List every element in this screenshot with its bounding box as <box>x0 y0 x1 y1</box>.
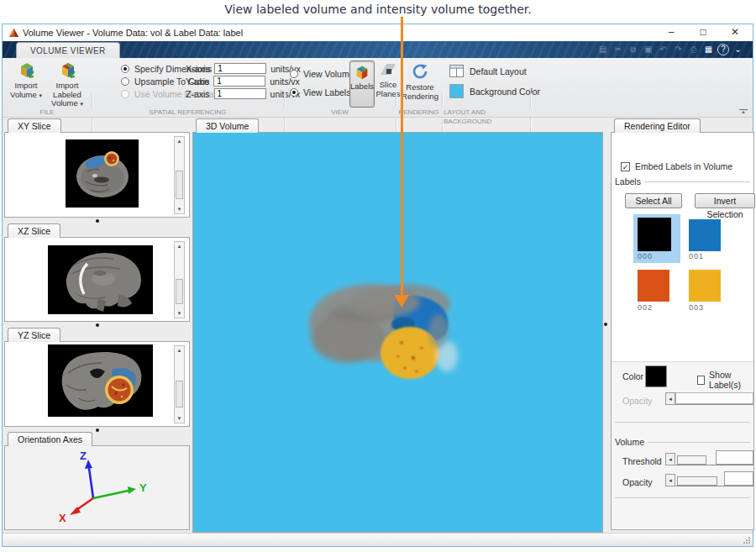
undo-icon[interactable]: ↶ <box>657 44 669 55</box>
dropdown-icon: ▾ <box>80 101 83 107</box>
import-labeled-volume-icon <box>57 61 77 80</box>
annotation-caption: View labeled volume and intensity volume… <box>0 3 756 16</box>
radio-view-volume[interactable]: View Volume <box>290 69 354 79</box>
restore-rendering-button[interactable]: Restore Rendering <box>401 61 439 101</box>
import-labeled-volume-button[interactable]: Import Labeled Volume ▾ <box>45 61 90 109</box>
splitter-handle[interactable] <box>96 323 99 327</box>
dropdown-icon: ▾ <box>39 92 42 98</box>
maximize-button[interactable]: □ <box>687 24 719 41</box>
default-layout-button[interactable]: Default Layout <box>449 65 527 77</box>
current-color-swatch[interactable] <box>645 365 667 387</box>
invert-selection-button[interactable]: Invert Selection <box>695 193 755 208</box>
tab-orientation-axes[interactable]: Orientation Axes <box>8 432 92 446</box>
opacity-thumb-high[interactable] <box>724 471 753 486</box>
save-icon[interactable]: ▤ <box>596 44 609 55</box>
resize-grip[interactable] <box>743 536 750 544</box>
tab-xy-slice[interactable]: XY Slice <box>8 118 61 133</box>
scroll-down-icon[interactable]: ▼ <box>175 414 184 423</box>
label-swatch-001[interactable] <box>689 219 721 251</box>
slider-left-arrow-icon[interactable]: ◂ <box>665 392 675 405</box>
orientation-axes-figure[interactable] <box>7 448 189 528</box>
threshold-thumb-low[interactable] <box>677 455 706 465</box>
import-volume-button[interactable]: Import Volume ▾ <box>8 61 45 100</box>
label-opacity-slider[interactable]: ◂ <box>665 390 753 405</box>
xy-slice-scrollbar[interactable]: ▲ ▼ <box>174 136 185 214</box>
xz-slice-scrollbar[interactable]: ▲ ▼ <box>174 241 185 318</box>
qat-dropdown-icon[interactable]: ⌄ <box>732 44 744 55</box>
xy-slice-image[interactable] <box>66 139 139 208</box>
scrollbar-thumb[interactable] <box>176 279 183 304</box>
yz-slice-scrollbar[interactable]: ▲ ▼ <box>174 345 185 423</box>
tab-xz-slice[interactable]: XZ Slice <box>8 223 60 238</box>
rendering-editor-panel: ✓ Embed Labels in Volume Labels Select A… <box>611 132 754 530</box>
window-controls: – □ ✕ <box>655 24 751 41</box>
tab-volume-viewer[interactable]: VOLUME VIEWER <box>16 42 120 59</box>
import-volume-label-2: Volume ▾ <box>10 91 42 101</box>
layout-icon[interactable]: ▦ <box>702 44 715 55</box>
print-icon[interactable]: ⎙ <box>687 44 700 55</box>
default-layout-label: Default Layout <box>470 66 527 76</box>
threshold-slider[interactable]: ◂ <box>665 450 753 465</box>
radio-icon <box>121 65 129 73</box>
label-swatch-003[interactable] <box>689 270 721 302</box>
paste-icon[interactable]: ▣ <box>642 44 654 55</box>
splitter-handle[interactable] <box>604 323 607 326</box>
xz-slice-image[interactable] <box>48 245 153 314</box>
tab-rendering-editor[interactable]: Rendering Editor <box>614 118 701 133</box>
cut-icon[interactable]: ✂ <box>612 44 624 55</box>
show-labels-checkbox[interactable]: Show Label(s) <box>697 370 753 390</box>
brain-volume-render[interactable] <box>304 277 480 395</box>
labels-cube-icon <box>353 64 371 81</box>
splitter-handle[interactable] <box>96 219 99 223</box>
scrollbar-thumb[interactable] <box>176 381 183 407</box>
xy-slice-panel: ▲ ▼ <box>4 132 190 218</box>
close-button[interactable]: ✕ <box>719 24 751 41</box>
threshold-thumb-high[interactable] <box>716 450 753 465</box>
yz-slice-image[interactable] <box>48 344 153 417</box>
slice-planes-button[interactable]: Slice Planes <box>375 61 401 98</box>
checkbox-checked-icon: ✓ <box>621 162 630 171</box>
volume-opacity-slider[interactable]: ◂ <box>665 471 753 486</box>
splitter-handle[interactable] <box>96 428 99 432</box>
label-swatch-000[interactable] <box>638 218 671 251</box>
slice-planes-icon <box>378 61 398 79</box>
tab-yz-slice[interactable]: YZ Slice <box>8 328 60 342</box>
scrollbar-thumb[interactable] <box>176 171 183 199</box>
copy-icon[interactable]: ⧉ <box>627 44 639 55</box>
help-icon[interactable]: ? <box>717 44 729 55</box>
radio-view-labels[interactable]: View Labels <box>290 87 350 97</box>
threshold-label: Threshold <box>622 456 662 466</box>
scroll-up-icon[interactable]: ▲ <box>175 346 184 355</box>
xz-slice-panel: ▲ ▼ <box>4 237 190 322</box>
slider-left-arrow-icon[interactable]: ◂ <box>665 453 675 465</box>
y-axis-row: Y-axis units/vx <box>186 76 300 87</box>
scroll-down-icon[interactable]: ▼ <box>175 205 184 213</box>
window-title: Volume Viewer - Volume Data: vol & Label… <box>23 24 243 41</box>
volume-opacity-label: Opacity <box>622 477 653 487</box>
slider-left-arrow-icon[interactable]: ◂ <box>665 474 675 486</box>
background-color-button[interactable]: Background Color <box>449 84 540 98</box>
volume-3d-panel[interactable] <box>192 132 603 533</box>
scroll-up-icon[interactable]: ▲ <box>175 137 184 145</box>
opacity-thumb-low[interactable] <box>677 476 717 486</box>
minimize-button[interactable]: – <box>655 24 687 41</box>
labels-toggle-button[interactable]: Labels <box>349 60 375 108</box>
z-axis-input[interactable] <box>214 88 266 99</box>
radio-icon <box>290 88 298 97</box>
select-all-button[interactable]: Select All <box>625 193 682 208</box>
redo-icon[interactable]: ↷ <box>672 44 685 55</box>
import-labeled-label-1: Import Labeled <box>45 81 90 99</box>
tab-3d-volume[interactable]: 3D Volume <box>196 118 259 133</box>
z-axis-glyph: Z <box>80 449 87 462</box>
x-axis-row: X-axis units/vx <box>186 63 301 74</box>
section-label-layout: LAYOUT AND BACKGROUND <box>442 108 532 126</box>
label-opacity-label: Opacity <box>622 396 653 406</box>
scroll-down-icon[interactable]: ▼ <box>175 309 184 318</box>
x-axis-input[interactable] <box>214 63 266 74</box>
embed-labels-checkbox[interactable]: ✓ Embed Labels in Volume <box>621 161 732 171</box>
collapse-ribbon-icon[interactable]: ▲ <box>739 109 748 114</box>
label-swatch-002[interactable] <box>638 270 669 302</box>
y-axis-input[interactable] <box>213 76 265 87</box>
default-layout-icon <box>449 65 464 77</box>
scroll-up-icon[interactable]: ▲ <box>175 242 184 250</box>
